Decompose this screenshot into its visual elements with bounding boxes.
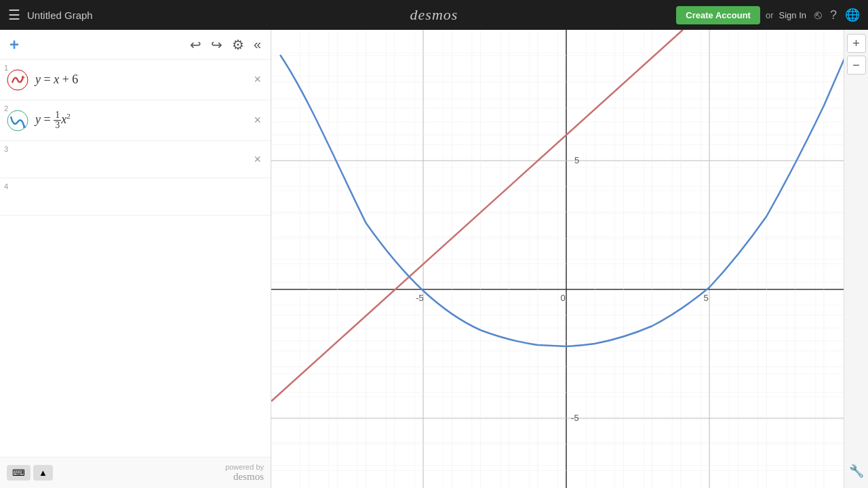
zoom-panel: + − 🔧 [844, 30, 868, 488]
svg-text:5: 5 [703, 293, 708, 303]
expr-close-3[interactable]: × [251, 150, 264, 169]
expr-number-4: 4 [4, 182, 8, 190]
language-icon[interactable]: 🌐 [845, 7, 860, 22]
menu-icon[interactable]: ☰ [8, 7, 20, 23]
expression-toolbar: + ↩ ↪ ⚙ « [0, 30, 271, 60]
svg-marker-1 [22, 75, 25, 78]
expr-formula-2[interactable]: y = 13x2 [35, 110, 248, 130]
wrench-icon[interactable]: 🔧 [849, 464, 864, 478]
redo-button[interactable]: ↪ [208, 35, 225, 54]
expand-button[interactable]: ▲ [33, 465, 53, 481]
expr-number-2: 2 [4, 104, 8, 113]
graph-area[interactable]: -5 0 5 10 5 -5 [271, 30, 844, 488]
zoom-out-button[interactable]: − [847, 56, 866, 75]
sign-in-button[interactable]: Sign In [779, 10, 806, 20]
expr-formula-1[interactable]: y = x + 6 [35, 73, 248, 87]
svg-text:0: 0 [560, 293, 565, 303]
keyboard-button[interactable]: ⌨ [7, 465, 31, 481]
settings-button[interactable]: ⚙ [229, 35, 247, 54]
expression-row-4[interactable]: 4 [0, 178, 271, 216]
powered-by-label: powered by desmos [225, 463, 264, 483]
create-account-button[interactable]: Create Account [676, 6, 760, 24]
share-icon[interactable]: ⎋ [814, 8, 822, 22]
svg-rect-5 [271, 30, 844, 488]
undo-button[interactable]: ↩ [187, 35, 204, 54]
add-expression-button[interactable]: + [7, 34, 22, 56]
expr-number-1: 1 [4, 64, 8, 72]
keyboard-icon: ⌨ [12, 468, 25, 478]
main-layout: + ↩ ↪ ⚙ « 1 [0, 30, 868, 488]
expr-number-3: 3 [4, 145, 8, 153]
graph-svg: -5 0 5 10 5 -5 [271, 30, 844, 488]
svg-text:5: 5 [574, 155, 579, 165]
expression-row-2: 2 y = 13x2 × [0, 100, 271, 141]
help-icon[interactable]: ? [830, 8, 837, 22]
expr-close-2[interactable]: × [251, 110, 264, 130]
expr-icon-2[interactable] [7, 110, 28, 131]
desmos-logo: desmos [410, 6, 458, 24]
svg-text:-5: -5 [571, 413, 579, 423]
zoom-in-button[interactable]: + [847, 34, 866, 53]
expression-row-3[interactable]: 3 × [0, 141, 271, 178]
toolbar-right: ↩ ↪ ⚙ « [187, 35, 264, 54]
expression-panel: + ↩ ↪ ⚙ « 1 [0, 30, 271, 488]
graph-title: Untitled Graph [27, 9, 676, 21]
expr-close-1[interactable]: × [251, 70, 264, 89]
collapse-button[interactable]: « [251, 35, 264, 54]
header: ☰ Untitled Graph desmos Create Account o… [0, 0, 868, 30]
expression-row-1: 1 y = x + 6 × [0, 60, 271, 100]
expand-icon: ▲ [39, 468, 47, 478]
left-footer: ⌨ ▲ powered by desmos [0, 457, 271, 488]
expression-list: 1 y = x + 6 × 2 [0, 60, 271, 457]
or-label: or [766, 10, 774, 20]
svg-text:-5: -5 [416, 293, 424, 303]
header-right-actions: Create Account or Sign In ⎋ ? 🌐 [676, 6, 860, 24]
expr-icon-1[interactable] [7, 69, 28, 91]
